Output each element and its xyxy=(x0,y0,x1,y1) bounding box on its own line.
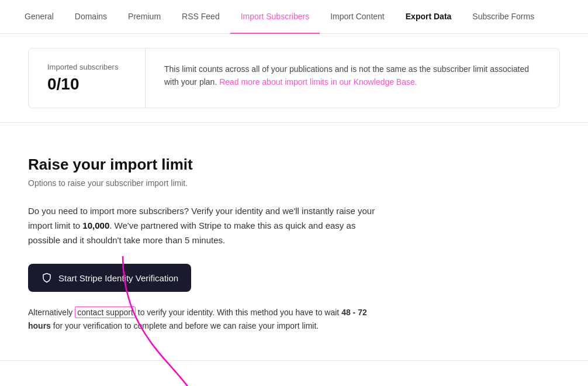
nav-item-import-content[interactable]: Import Content xyxy=(320,0,395,34)
stripe-verification-button[interactable]: Start Stripe Identity Verification xyxy=(28,264,191,292)
nav-item-domains[interactable]: Domains xyxy=(64,0,117,34)
stripe-btn-label: Start Stripe Identity Verification xyxy=(58,273,178,283)
nav-item-premium[interactable]: Premium xyxy=(117,0,171,34)
imported-label: Imported subscribers xyxy=(47,63,126,71)
section-divider xyxy=(0,122,588,123)
imported-count: 0/10 xyxy=(47,75,126,94)
raise-limit-title: Raise your import limit xyxy=(28,156,560,174)
nav-item-subscribe-forms[interactable]: Subscribe Forms xyxy=(462,0,545,34)
knowledge-base-link[interactable]: Read more about import limits in our Kno… xyxy=(219,77,417,87)
page-content: Imported subscribers 0/10 This limit cou… xyxy=(0,48,588,386)
raise-limit-section: Raise your import limit Options to raise… xyxy=(0,127,588,360)
limit-info-box: This limit counts across all of your pub… xyxy=(146,49,559,108)
nav-item-import-subscribers[interactable]: Import Subscribers xyxy=(230,0,320,34)
imported-count-box: Imported subscribers 0/10 xyxy=(29,49,146,108)
nav-item-general[interactable]: General xyxy=(14,0,64,34)
contact-support-link[interactable]: contact support xyxy=(75,306,136,318)
limit-number: 10,000 xyxy=(82,220,109,230)
historical-imports-section: Historical Imports A list of your previo… xyxy=(0,360,588,386)
nav-item-rss-feed[interactable]: RSS Feed xyxy=(171,0,230,34)
imported-subscribers-panel: Imported subscribers 0/10 This limit cou… xyxy=(28,48,560,108)
nav-item-export-data[interactable]: Export Data xyxy=(395,0,462,34)
alternatively-text: Alternatively contact support to verify … xyxy=(28,306,367,332)
raise-description: Do you need to import more subscribers? … xyxy=(28,204,379,247)
shield-icon xyxy=(41,272,53,284)
navigation: General Domains Premium RSS Feed Import … xyxy=(0,0,588,34)
raise-limit-subtitle: Options to raise your subscriber import … xyxy=(28,178,560,188)
